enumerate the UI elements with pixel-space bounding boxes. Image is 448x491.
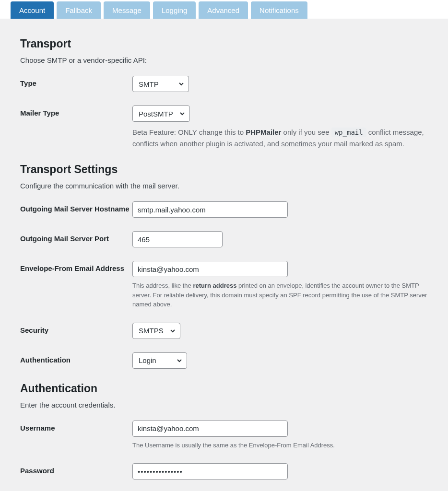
transport-settings-heading: Transport Settings (20, 163, 428, 176)
mailer-type-select[interactable]: PostSMTP (132, 105, 190, 122)
content-area: Transport Choose SMTP or a vendor-specif… (0, 19, 448, 491)
security-label: Security (20, 323, 132, 335)
transport-sub: Choose SMTP or a vendor-specific API: (20, 56, 428, 64)
sometimes-link[interactable]: sometimes (281, 140, 316, 148)
type-select[interactable]: SMTP (132, 76, 189, 92)
username-input[interactable] (132, 421, 288, 437)
wp-mail-code: wp_mail (331, 128, 366, 137)
tab-label: Message (112, 6, 141, 14)
username-help: The Username is usually the same as the … (132, 441, 428, 450)
type-label: Type (20, 76, 132, 88)
username-label: Username (20, 421, 132, 433)
tabs-bar: Account Fallback Message Logging Advance… (0, 0, 448, 19)
authentication-label: Authentication (20, 352, 132, 365)
tab-label: Logging (162, 6, 187, 14)
envelope-label: Envelope-From Email Address (20, 261, 132, 273)
auth-sub: Enter the account credentials. (20, 401, 428, 409)
tab-label: Notifications (259, 6, 299, 14)
transport-heading: Transport (20, 37, 428, 50)
tab-label: Fallback (65, 6, 92, 14)
mailer-type-label: Mailer Type (20, 105, 132, 118)
password-input[interactable] (132, 463, 288, 479)
security-select[interactable]: SMTPS (132, 323, 180, 339)
password-label: Password (20, 463, 132, 476)
envelope-help: This address, like the return address pr… (132, 281, 428, 309)
tab-advanced[interactable]: Advanced (199, 1, 248, 19)
spf-record-link[interactable]: SPF record (289, 292, 320, 299)
tab-fallback[interactable]: Fallback (57, 1, 101, 19)
tab-message[interactable]: Message (104, 1, 150, 19)
port-input[interactable] (132, 231, 223, 247)
transport-settings-sub: Configure the communication with the mai… (20, 182, 428, 190)
port-label: Outgoing Mail Server Port (20, 231, 132, 244)
tab-logging[interactable]: Logging (153, 1, 196, 19)
hostname-label: Outgoing Mail Server Hostname (20, 201, 132, 214)
tab-account[interactable]: Account (11, 1, 54, 19)
authentication-select[interactable]: Login (132, 352, 187, 369)
tab-label: Advanced (207, 6, 239, 14)
tab-notifications[interactable]: Notifications (251, 1, 307, 19)
envelope-input[interactable] (132, 261, 288, 277)
mailer-type-help: Beta Feature: ONLY change this to PHPMai… (132, 127, 428, 150)
hostname-input[interactable] (132, 201, 288, 218)
auth-heading: Authentication (20, 382, 428, 395)
tab-label: Account (19, 6, 45, 14)
